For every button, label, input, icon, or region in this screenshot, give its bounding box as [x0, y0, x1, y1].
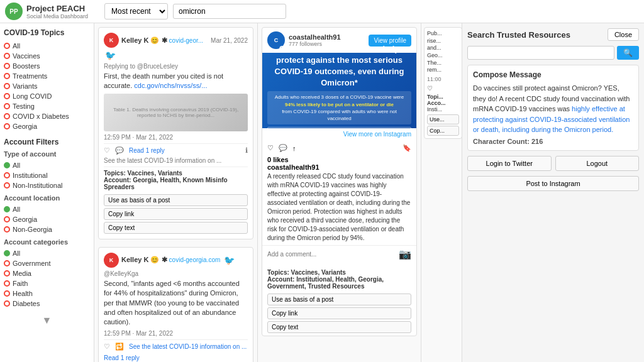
sort-select[interactable]: Most recent Most liked Most shared: [104, 3, 168, 19]
sidebar-item-georgia-loc[interactable]: Georgia: [4, 214, 90, 224]
sidebar-item-long-covid[interactable]: Long COVID: [4, 91, 90, 101]
info-icon[interactable]: ℹ: [245, 146, 248, 155]
sidebar-item-diabetes[interactable]: Diabetes: [4, 299, 90, 309]
sidebar-item-georgia[interactable]: Georgia: [4, 121, 90, 131]
ig-image-sub: Adults who received 3 doses of a COVID-1…: [267, 91, 411, 124]
ig-comment-icon[interactable]: 💬: [279, 144, 287, 152]
reply-icon[interactable]: 💬: [115, 146, 124, 155]
sidebar-item-institutional[interactable]: Institutional: [4, 170, 90, 180]
ig-post-meta: Topics: Vaccines, Variants Account: Inst…: [262, 263, 416, 336]
sidebar-item-all-locations[interactable]: All: [4, 204, 90, 214]
sidebar-item-non-georgia[interactable]: Non-Georgia: [4, 224, 90, 234]
post2-actions: ♡ 🔁 See the latest COVID-19 information …: [104, 343, 248, 351]
ig-bookmark-icon[interactable]: 🔖: [402, 144, 411, 152]
sidebar-item-all-cats[interactable]: All: [4, 248, 90, 258]
filters-section: Account Filters Type of account All Inst…: [4, 138, 90, 309]
post2-text: Second, "infants aged <6 months accounte…: [104, 279, 248, 327]
post1-read-reply[interactable]: Read 1 reply: [129, 147, 165, 154]
post2-see-latest[interactable]: See the latest COVID-19 information on .…: [129, 343, 247, 350]
twitter-action-buttons: Login to Twitter Logout: [467, 156, 639, 171]
logo-area: PP Project PEACH Social Media Dashboard: [5, 3, 99, 20]
header-controls: Most recent Most liked Most shared: [104, 3, 286, 19]
compose-link-1[interactable]: highly effective at protecting against C…: [473, 105, 630, 133]
twitter-post-2: K Kelley K 😊 ✱ covid-georgia.com 🐦 @Kell…: [98, 247, 253, 362]
location-title: Account location: [4, 194, 90, 202]
see-latest: See the latest COVID-19 information on .…: [104, 157, 248, 164]
search-input[interactable]: [173, 4, 286, 19]
post1-account: Account: Georgia, Health, Known Misinfo …: [104, 177, 248, 190]
partial-post-card: Pub...rise...and...Geo...The...rem... 11…: [424, 27, 462, 139]
login-twitter-button[interactable]: Login to Twitter: [467, 156, 552, 171]
trusted-search-button[interactable]: 🔍: [617, 46, 639, 60]
sidebar-item-government[interactable]: Government: [4, 258, 90, 268]
ig-comment-area: 📷: [262, 245, 416, 263]
ig-link-button[interactable]: Copy link: [267, 307, 411, 319]
twitter-icon: 🐦: [105, 50, 116, 60]
sidebar-item-covid-diabetes[interactable]: COVID x Diabetes: [4, 111, 90, 121]
sidebar-item-non-institutional[interactable]: Non-Institutional: [4, 180, 90, 190]
sidebar-item-treatments[interactable]: Treatments: [4, 71, 90, 81]
post1-image: Table 1. Deaths involving coronavirus 20…: [104, 94, 248, 131]
post1-link[interactable]: cdc.gov/nchs/nvss/ss/...: [134, 82, 207, 89]
post2-read-reply[interactable]: Read 1 reply: [104, 354, 248, 361]
close-button[interactable]: Close: [608, 28, 639, 41]
sidebar-item-boosters[interactable]: Boosters: [4, 61, 90, 71]
post1-topics: Topics: Vaccines, Variants: [104, 170, 248, 177]
sidebar-item-vaccines[interactable]: Vaccines: [4, 51, 90, 61]
ig-username: coastalhealth91: [262, 163, 416, 172]
ig-actions: ♡ 💬 ↑ 🔖: [262, 140, 416, 156]
post1-time: 12:59 PM · Mar 21, 2022: [104, 134, 248, 141]
post1-date: Mar 21, 2022: [211, 37, 248, 44]
post1-text: First, the death number you cited is not…: [104, 72, 248, 91]
post2-author: Kelley K 😊 ✱: [121, 256, 167, 263]
sidebar-item-all-topics[interactable]: All: [4, 41, 90, 51]
post1-basis-button[interactable]: Use as basis of a post: [104, 194, 248, 206]
ig-basis-button[interactable]: Use as basis of a post: [267, 293, 411, 305]
topics-title: COVID-19 Topics: [4, 28, 90, 37]
partial-topics-label: Topi...: [427, 94, 459, 100]
twitter-icon-2: 🐦: [224, 255, 235, 265]
partial-heart-icon[interactable]: ♡: [427, 85, 459, 92]
sidebar-item-testing[interactable]: Testing: [4, 101, 90, 111]
post1-actions: ♡ 💬 Read 1 reply ℹ: [104, 146, 248, 155]
ig-image-headline: COVID-19 mRNA vaccines help protect agai…: [267, 43, 411, 89]
sidebar-item-media[interactable]: Media: [4, 268, 90, 278]
ig-topics: Topics: Vaccines, Variants: [267, 269, 411, 276]
partial-text: Pub...rise...and...Geo...The...rem...: [427, 30, 459, 74]
scroll-down-icon[interactable]: ▼: [4, 315, 90, 326]
compose-text: Do vaccines still protect against Omicro…: [473, 83, 633, 135]
ig-post-buttons: Use as basis of a post Copy link Copy te…: [267, 293, 411, 333]
retweet-icon[interactable]: 🔁: [115, 343, 124, 351]
post1-link-button[interactable]: Copy link: [104, 208, 248, 220]
trusted-search-input[interactable]: [467, 46, 614, 60]
content-area: K Kelley K 😊 ✱ covid-geor... Mar 21, 202…: [94, 23, 462, 362]
heart-icon[interactable]: ♡: [104, 146, 110, 155]
logo-icon: PP: [5, 3, 23, 20]
ig-heart-icon[interactable]: ♡: [267, 144, 274, 152]
ig-likes: 0 likes: [262, 156, 416, 163]
sidebar-item-all-types[interactable]: All: [4, 160, 90, 170]
post1-text-button[interactable]: Copy text: [104, 222, 248, 234]
post-instagram-button[interactable]: Post to Instagram: [467, 176, 639, 191]
topics-section: COVID-19 Topics All Vaccines Boosters Tr…: [4, 28, 90, 131]
sidebar-item-variants[interactable]: Variants: [4, 81, 90, 91]
heart-icon-2[interactable]: ♡: [104, 343, 110, 351]
char-count: Character Count: 216: [473, 138, 633, 145]
sidebar: COVID-19 Topics All Vaccines Boosters Tr…: [0, 23, 94, 362]
ig-account: Account: Institutional, Health, Georgia,…: [267, 276, 411, 290]
ig-comment-input[interactable]: [267, 251, 399, 258]
partial-copy-btn[interactable]: Cop...: [427, 126, 459, 136]
logout-button[interactable]: Logout: [555, 156, 640, 171]
right-panel-title: Search Trusted Resources: [467, 30, 570, 40]
partial-account-label: Acco...: [427, 100, 459, 106]
ig-share-icon[interactable]: ↑: [292, 145, 296, 152]
twitter-feed-column: K Kelley K 😊 ✱ covid-geor... Mar 21, 202…: [94, 23, 258, 362]
ig-text-button[interactable]: Copy text: [267, 321, 411, 333]
instagram-feed-column: C coastalhealth91 777 followers View pro…: [258, 23, 421, 362]
partial-use-btn[interactable]: Use...: [427, 114, 459, 124]
categories-title: Account categories: [4, 238, 90, 246]
type-title: Type of account: [4, 150, 90, 158]
sidebar-item-health[interactable]: Health: [4, 288, 90, 299]
sidebar-item-faith[interactable]: Faith: [4, 278, 90, 288]
header: PP Project PEACH Social Media Dashboard …: [0, 0, 644, 23]
